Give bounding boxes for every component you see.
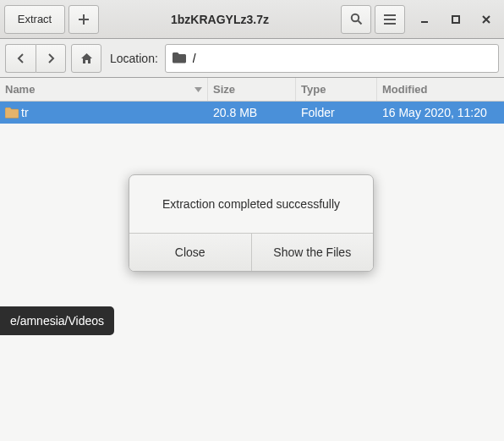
close-dialog-button[interactable]: Close (129, 234, 252, 271)
col-size[interactable]: Size (208, 78, 296, 101)
table-row[interactable]: tr 20.8 MB Folder 16 May 2020, 11:20 (0, 102, 504, 124)
col-type-label: Type (301, 83, 326, 96)
chevron-right-icon (47, 53, 55, 63)
svg-rect-2 (452, 16, 459, 23)
extract-button[interactable]: Extract (4, 5, 65, 34)
toolbar: Location: (0, 39, 504, 78)
search-icon (350, 13, 363, 25)
folder-icon (5, 107, 19, 119)
home-button[interactable] (71, 44, 101, 73)
home-icon (80, 52, 93, 64)
nav-group (5, 44, 66, 73)
row-modified: 16 May 2020, 11:20 (377, 106, 504, 119)
path-tooltip: e/amnesia/Videos (0, 306, 114, 335)
titlebar: Extract 1bzKRAGYLz3.7z (0, 0, 504, 39)
forward-button[interactable] (36, 44, 66, 73)
menu-button[interactable] (375, 5, 405, 34)
row-size: 20.8 MB (208, 106, 296, 119)
dialog-message: Extraction completed successfully (129, 175, 373, 233)
back-button[interactable] (5, 44, 36, 73)
location-box[interactable] (165, 44, 499, 73)
svg-point-0 (351, 14, 358, 21)
file-list: tr 20.8 MB Folder 16 May 2020, 11:20 (0, 102, 504, 124)
col-size-label: Size (213, 83, 235, 96)
extraction-dialog: Extraction completed successfully Close … (129, 174, 374, 272)
close-icon (482, 15, 490, 24)
svg-rect-1 (421, 21, 428, 23)
window-title: 1bzKRAGYLz3.7z (102, 13, 337, 26)
col-name-label: Name (5, 83, 35, 96)
location-input[interactable] (193, 52, 491, 65)
maximize-button[interactable] (442, 8, 469, 31)
col-modified[interactable]: Modified (377, 78, 504, 101)
minimize-button[interactable] (412, 8, 439, 31)
chevron-left-icon (17, 53, 25, 63)
close-button[interactable] (473, 8, 500, 31)
row-type: Folder (296, 106, 377, 119)
maximize-icon (452, 15, 460, 24)
col-modified-label: Modified (382, 83, 427, 96)
sort-descending-icon (194, 87, 202, 92)
location-label: Location: (110, 52, 158, 65)
column-headers: Name Size Type Modified (0, 78, 504, 102)
show-files-button[interactable]: Show the Files (252, 234, 374, 271)
folder-icon (173, 52, 186, 63)
plus-icon (78, 14, 90, 25)
add-button[interactable] (68, 5, 99, 34)
search-button[interactable] (341, 5, 371, 34)
col-type[interactable]: Type (296, 78, 377, 101)
row-name: tr (21, 106, 29, 119)
hamburger-icon (384, 14, 396, 25)
col-name[interactable]: Name (0, 78, 208, 101)
minimize-icon (421, 15, 430, 24)
